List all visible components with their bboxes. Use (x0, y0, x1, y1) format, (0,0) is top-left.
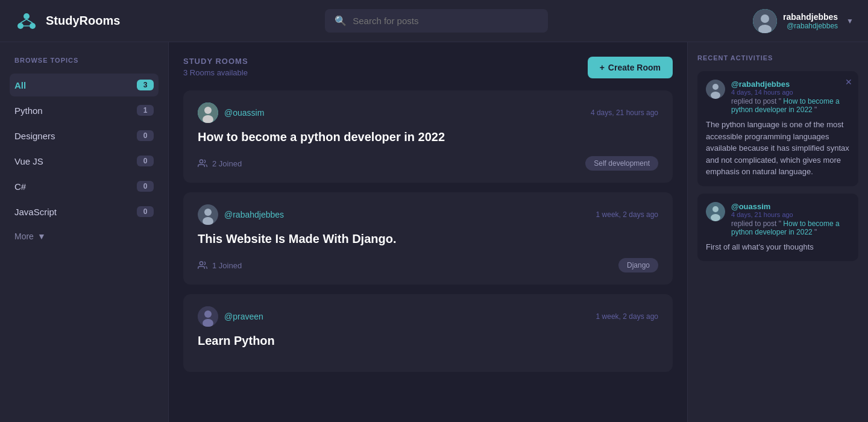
room-title: Learn Python (198, 334, 658, 348)
svg-point-24 (712, 206, 719, 212)
joined-info: 2 Joined (198, 159, 242, 168)
sidebar-item-label: C# (14, 181, 26, 192)
svg-point-14 (204, 209, 212, 216)
rooms-header: STUDY ROOMS 3 Rooms available + Create R… (183, 57, 673, 78)
activity-header: @ouassim 4 days, 21 hours ago replied to… (706, 202, 850, 236)
room-user-handle: @praveen (224, 312, 263, 321)
room-card-header: @praveen 1 week, 2 days ago (198, 306, 658, 327)
room-title: This Website Is Made With Django. (198, 232, 658, 246)
avatar (706, 80, 725, 99)
sidebar-item-label: All (14, 80, 26, 90)
activity-time: 4 days, 14 hours ago (731, 89, 850, 96)
activity-body: The python language is one of the most a… (706, 119, 850, 178)
rooms-title: STUDY ROOMS (183, 57, 248, 66)
chevron-down-icon[interactable]: ▼ (846, 17, 854, 25)
room-card[interactable]: @ouassim 4 days, 21 hours ago How to bec… (183, 90, 673, 183)
svg-line-3 (20, 19, 27, 23)
people-icon (198, 159, 207, 168)
recent-activities-title: RECENT ACTIVITIES (697, 54, 858, 61)
rooms-info: STUDY ROOMS 3 Rooms available (183, 57, 248, 77)
sidebar-item-vuejs[interactable]: Vue JS 0 (10, 150, 159, 172)
svg-line-4 (27, 19, 33, 23)
chevron-down-icon: ▼ (37, 231, 46, 241)
logo-icon (14, 9, 39, 33)
svg-point-12 (200, 160, 203, 163)
activity-link[interactable]: How to become a python developer in 2022 (731, 97, 840, 114)
room-user-handle: @rabahdjebbes (224, 210, 284, 219)
recent-activities-panel: RECENT ACTIVITIES ✕ @rabahdjebbes 4 days… (687, 42, 868, 422)
search-icon: 🔍 (335, 15, 347, 27)
header: StudyRooms 🔍 rabahdjebbes @rabahdjebbes … (0, 0, 868, 42)
activity-user: @ouassim (731, 202, 850, 211)
joined-count: 1 Joined (212, 261, 242, 270)
room-user: @ouassim (198, 102, 264, 123)
sidebar-item-label: Designers (14, 131, 55, 141)
activity-user: @rabahdjebbes (731, 80, 850, 89)
search-bar[interactable]: 🔍 (325, 9, 548, 33)
room-card[interactable]: @praveen 1 week, 2 days ago Learn Python (183, 294, 673, 372)
plus-icon: + (600, 63, 605, 72)
main-layout: BROWSE TOPICS All 3 Python 1 Designers 0… (0, 42, 868, 422)
activity-link[interactable]: How to become a python developer in 2022 (731, 219, 840, 236)
activity-meta: @rabahdjebbes 4 days, 14 hours ago repli… (731, 80, 850, 114)
activity-card: ✕ @rabahdjebbes 4 days, 14 hours ago rep… (697, 71, 858, 186)
room-time: 1 week, 2 days ago (596, 312, 658, 321)
joined-count: 2 Joined (212, 159, 242, 168)
activity-header: @rabahdjebbes 4 days, 14 hours ago repli… (706, 80, 850, 114)
tag-badge: Self development (585, 156, 658, 171)
sidebar-item-count: 0 (137, 156, 154, 166)
room-time: 4 days, 21 hours ago (591, 109, 658, 117)
room-card-header: @ouassim 4 days, 21 hours ago (198, 102, 658, 123)
svg-point-25 (711, 214, 720, 221)
room-card[interactable]: @rabahdjebbes 1 week, 2 days ago This We… (183, 192, 673, 285)
sidebar-item-count: 1 (137, 105, 154, 116)
sidebar-item-count: 0 (137, 181, 154, 192)
sidebar-item-count: 0 (137, 130, 154, 141)
sidebar-item-csharp[interactable]: C# 0 (10, 175, 159, 198)
joined-info: 1 Joined (198, 260, 242, 270)
activity-body: First of all what's your thoughts (706, 241, 850, 253)
activity-meta: @ouassim 4 days, 21 hours ago replied to… (731, 202, 850, 236)
close-button[interactable]: ✕ (845, 77, 852, 87)
sidebar: BROWSE TOPICS All 3 Python 1 Designers 0… (0, 42, 169, 422)
room-title: How to become a python developer in 2022 (198, 130, 658, 144)
create-room-button[interactable]: + Create Room (588, 57, 673, 78)
avatar (198, 204, 218, 225)
tag-badge: Django (618, 258, 658, 272)
logo-area: StudyRooms (14, 9, 120, 33)
people-icon (198, 260, 207, 270)
avatar (706, 202, 725, 221)
room-user-handle: @ouassim (224, 108, 264, 118)
user-handle: @rabahdjebbes (783, 22, 838, 30)
app-name: StudyRooms (46, 14, 120, 28)
rooms-subtitle: 3 Rooms available (183, 68, 248, 77)
sidebar-item-javascript[interactable]: JavaScript 0 (10, 200, 159, 223)
sidebar-item-label: JavaScript (14, 207, 57, 217)
avatar (198, 306, 218, 327)
main-content: STUDY ROOMS 3 Rooms available + Create R… (169, 42, 687, 422)
svg-point-0 (24, 13, 30, 19)
room-user: @praveen (198, 306, 263, 327)
sidebar-item-count: 0 (137, 206, 154, 217)
svg-point-7 (761, 14, 769, 23)
sidebar-section-title: BROWSE TOPICS (10, 57, 159, 64)
sidebar-item-python[interactable]: Python 1 (10, 99, 159, 122)
sidebar-item-all[interactable]: All 3 (10, 74, 159, 96)
more-label: More (14, 231, 34, 241)
activity-time: 4 days, 21 hours ago (731, 211, 850, 218)
sidebar-item-designers[interactable]: Designers 0 (10, 124, 159, 147)
room-footer: 1 Joined Django (198, 258, 658, 272)
search-input[interactable] (353, 16, 538, 26)
room-time: 1 week, 2 days ago (596, 210, 658, 219)
avatar (198, 102, 218, 123)
activity-card: @ouassim 4 days, 21 hours ago replied to… (697, 194, 858, 262)
svg-point-16 (200, 262, 203, 265)
user-area: rabahdjebbes @rabahdjebbes ▼ (753, 9, 854, 33)
room-user: @rabahdjebbes (198, 204, 284, 225)
user-name: rabahdjebbes (783, 12, 838, 22)
svg-point-21 (712, 84, 719, 90)
more-button[interactable]: More ▼ (10, 225, 159, 247)
room-card-header: @rabahdjebbes 1 week, 2 days ago (198, 204, 658, 225)
room-footer: 2 Joined Self development (198, 156, 658, 171)
sidebar-item-count: 3 (137, 80, 154, 90)
